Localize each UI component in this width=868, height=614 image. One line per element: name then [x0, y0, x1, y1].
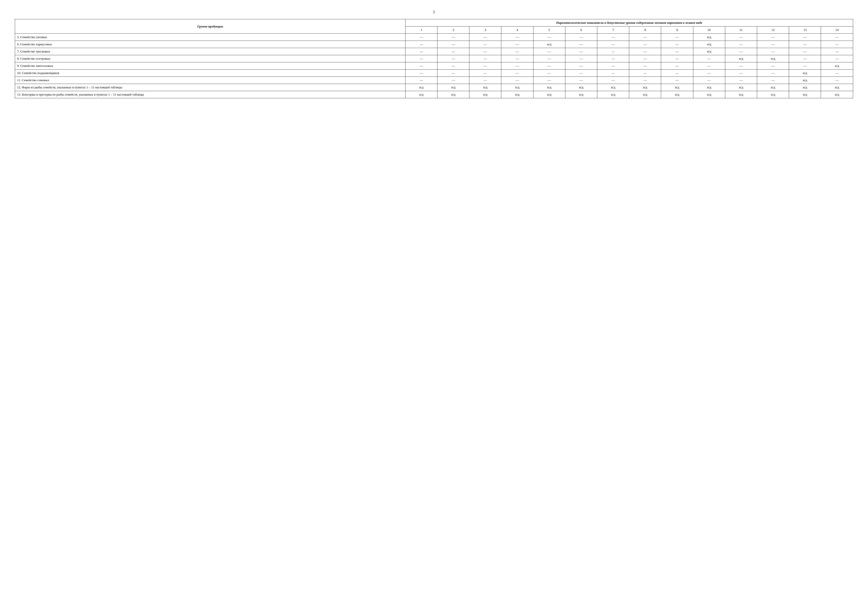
cell-r1-c10: —	[725, 41, 757, 48]
cell-r1-c13: —	[821, 41, 853, 48]
cell-r5-c12: н/д	[789, 70, 821, 77]
cell-r8-c10: н/д	[725, 91, 757, 98]
cell-r7-c10: н/д	[725, 84, 757, 91]
cell-r2-c4: —	[533, 48, 565, 55]
cell-r5-c9: —	[693, 70, 725, 77]
col-num-12: 12	[757, 26, 789, 34]
cell-r1-c12: —	[789, 41, 821, 48]
cell-r0-c7: —	[629, 34, 661, 41]
cell-r2-c7: —	[629, 48, 661, 55]
row-label-8: 13. Консервы и пресервы из рыбы семейств…	[15, 91, 406, 98]
cell-r7-c3: н/д	[501, 84, 533, 91]
cell-r3-c10: н/д	[725, 55, 757, 62]
row-label-6: 11. Семейство сомовых	[15, 77, 406, 84]
col-num-1: 1	[405, 26, 437, 34]
cell-r4-c2: —	[470, 62, 501, 70]
cell-r8-c13: н/д	[821, 91, 853, 98]
cell-r5-c6: —	[597, 70, 629, 77]
cell-r5-c5: —	[565, 70, 597, 77]
cell-r1-c2: —	[470, 41, 501, 48]
cell-r3-c13: —	[821, 55, 853, 62]
table-row: 12. Фарш из рыбы семейств, указанных в п…	[15, 84, 853, 91]
cell-r4-c3: —	[501, 62, 533, 70]
cell-r4-c6: —	[597, 62, 629, 70]
cell-r5-c0: —	[405, 70, 437, 77]
cell-r2-c8: —	[661, 48, 693, 55]
cell-r2-c13: —	[821, 48, 853, 55]
cell-r6-c13: —	[821, 77, 853, 84]
table-row: 13. Консервы и пресервы из рыбы семейств…	[15, 91, 853, 98]
cell-r8-c8: н/д	[661, 91, 693, 98]
row-label-1: 6. Семейство хариусовых	[15, 41, 406, 48]
cell-r7-c6: н/д	[597, 84, 629, 91]
cell-r3-c9: —	[693, 55, 725, 62]
cell-r4-c8: —	[661, 62, 693, 70]
cell-r3-c12: —	[789, 55, 821, 62]
cell-r6-c7: —	[629, 77, 661, 84]
cell-r3-c5: —	[565, 55, 597, 62]
cell-r0-c11: —	[757, 34, 789, 41]
cell-r2-c9: н/д	[693, 48, 725, 55]
cell-r6-c0: —	[405, 77, 437, 84]
cell-r4-c13: н/д	[821, 62, 853, 70]
cell-r0-c4: —	[533, 34, 565, 41]
cell-r7-c12: н/д	[789, 84, 821, 91]
cell-r6-c3: —	[501, 77, 533, 84]
cell-r2-c11: —	[757, 48, 789, 55]
cell-r1-c8: —	[661, 41, 693, 48]
cell-r4-c4: —	[533, 62, 565, 70]
cell-r1-c0: —	[405, 41, 437, 48]
row-label-5: 10. Семейство подкаменщиков	[15, 70, 406, 77]
cell-r4-c10: —	[725, 62, 757, 70]
cell-r8-c6: н/д	[597, 91, 629, 98]
cell-r2-c3: —	[501, 48, 533, 55]
cell-r3-c2: —	[470, 55, 501, 62]
cell-r4-c0: —	[405, 62, 437, 70]
cell-r8-c3: н/д	[501, 91, 533, 98]
cell-r1-c9: н/д	[693, 41, 725, 48]
cell-r3-c7: —	[629, 55, 661, 62]
cell-r7-c7: н/д	[629, 84, 661, 91]
cell-r5-c4: —	[533, 70, 565, 77]
col-num-8: 8	[629, 26, 661, 34]
cell-r1-c6: —	[597, 41, 629, 48]
row-label-2: 7. Семейство тресковых	[15, 48, 406, 55]
cell-r1-c3: —	[501, 41, 533, 48]
row-label-7: 12. Фарш из рыбы семейств, указанных в п…	[15, 84, 406, 91]
cell-r4-c5: —	[565, 62, 597, 70]
cell-r0-c12: —	[789, 34, 821, 41]
row-label-3: 8. Семейство осетровых	[15, 55, 406, 62]
table-row: 5. Семейство сиговых—————————н/д————	[15, 34, 853, 41]
cell-r0-c2: —	[470, 34, 501, 41]
table-row: 7. Семейство тресковых—————————н/д————	[15, 48, 853, 55]
cell-r0-c3: —	[501, 34, 533, 41]
col-num-10: 10	[693, 26, 725, 34]
col-num-5: 5	[533, 26, 565, 34]
cell-r7-c4: н/д	[533, 84, 565, 91]
cell-r4-c11: —	[757, 62, 789, 70]
cell-r6-c9: —	[693, 77, 725, 84]
cell-r5-c10: —	[725, 70, 757, 77]
cell-r5-c7: —	[629, 70, 661, 77]
cell-r1-c4: н/д	[533, 41, 565, 48]
cell-r1-c1: —	[437, 41, 470, 48]
cell-r2-c0: —	[405, 48, 437, 55]
cell-r5-c1: —	[437, 70, 470, 77]
col-num-9: 9	[661, 26, 693, 34]
cell-r3-c0: —	[405, 55, 437, 62]
cell-r2-c10: —	[725, 48, 757, 55]
cell-r6-c12: н/д	[789, 77, 821, 84]
cell-r8-c1: н/д	[437, 91, 470, 98]
cell-r7-c9: н/д	[693, 84, 725, 91]
cell-r6-c10: —	[725, 77, 757, 84]
cell-r0-c9: н/д	[693, 34, 725, 41]
cell-r6-c2: —	[470, 77, 501, 84]
cell-r8-c7: н/д	[629, 91, 661, 98]
cell-r5-c2: —	[470, 70, 501, 77]
cell-r6-c11: —	[757, 77, 789, 84]
col-num-3: 3	[470, 26, 501, 34]
cell-r0-c5: —	[565, 34, 597, 41]
cell-r4-c1: —	[437, 62, 470, 70]
cell-r3-c6: —	[597, 55, 629, 62]
cell-r6-c6: —	[597, 77, 629, 84]
